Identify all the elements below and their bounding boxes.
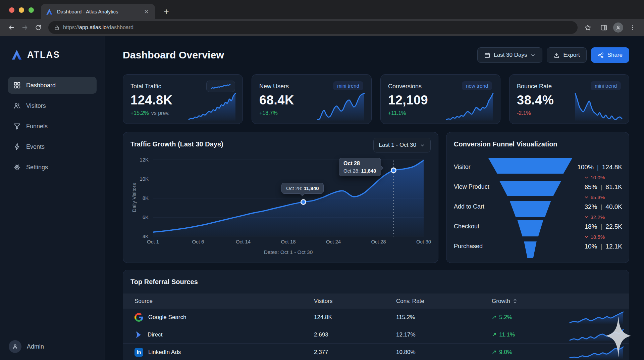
browser-menu-icon[interactable]: [626, 21, 639, 34]
kpi-card-bounce-rate: Bounce Rate 38.4% -2.1% mini trend: [509, 74, 629, 124]
funnel-drop-rate: 32.2%: [584, 214, 605, 220]
mini-trend-sparkline: [210, 83, 231, 89]
drop-value: 65.3%: [590, 194, 605, 200]
drop-value: 10.0%: [590, 175, 605, 180]
funnel-title: Conversion Funnel Visualization: [454, 140, 557, 148]
funnel-stage-value: 22.5K: [605, 223, 622, 230]
table-body: Google Search 124.8K 115.2% ↗5.2% Direct: [123, 309, 629, 360]
funnel-stage-stat: 100%|124.8K: [577, 164, 622, 171]
bookmark-star-icon[interactable]: [581, 21, 594, 34]
date-range-button[interactable]: Last 30 Days: [477, 47, 542, 63]
direct-arrow-icon: [135, 331, 143, 339]
conv-rate-cell: 115.2%: [396, 314, 492, 321]
x-axis-tick: Oct 6: [192, 239, 204, 244]
column-header-visitors: Visitors: [314, 298, 396, 305]
brand-name: ATLAS: [27, 50, 60, 60]
x-axis: Oct 1 Oct 6 Oct 14 Oct 18 Oct 24 Oct 28: [153, 239, 424, 245]
tooltip-label: Oct 28:: [343, 168, 360, 174]
window-minimize-button[interactable]: [19, 7, 24, 13]
new-tab-button[interactable]: +: [160, 5, 172, 17]
funnel-drop-rate: 10.0%: [584, 175, 605, 180]
share-button[interactable]: Share: [591, 47, 629, 63]
drop-chevron-icon: [584, 175, 589, 180]
source-name: LinkedIn Ads: [148, 349, 181, 356]
source-name: Direct: [148, 331, 162, 338]
conv-rate-cell: 10.80%: [396, 349, 492, 356]
url-scheme: https://: [63, 25, 79, 30]
date-range-label: Last 30 Days: [494, 52, 527, 58]
side-panel-icon[interactable]: [597, 21, 610, 34]
back-button[interactable]: [5, 21, 18, 34]
trend-badge: mini trend: [333, 81, 363, 90]
browser-toolbar: https://app.atlas.io/dashboard: [0, 19, 644, 36]
sidebar-item-label: Dashboard: [26, 82, 56, 89]
traffic-chart-title: Traffic Growth (Last 30 Days): [130, 140, 223, 148]
calendar-icon: [484, 52, 490, 58]
source-name: Google Search: [148, 314, 186, 321]
column-header-source: Source: [135, 298, 314, 305]
tooltip-value: 11,840: [304, 185, 319, 191]
funnel-stage-label: Add to Cart: [454, 203, 484, 210]
browser-tab[interactable]: Dashboard - Atlas Analytics ✕: [41, 4, 155, 19]
drop-value: 18.5%: [590, 234, 605, 240]
grid-icon: [13, 82, 21, 89]
chevron-down-icon: [530, 52, 536, 58]
sidebar-item-events[interactable]: Events: [8, 138, 97, 155]
funnel-stage-pct: 100%: [577, 164, 594, 171]
growth-arrow-icon: ↗: [492, 314, 496, 321]
visitors-cell: 2,693: [314, 331, 396, 338]
tab-close-icon[interactable]: ✕: [143, 8, 150, 15]
atlas-logo: ATLAS: [8, 49, 97, 61]
page-title: Dashboard Overview: [123, 49, 224, 61]
chart-range-label: Last 1 - Oct 30: [379, 142, 417, 148]
table-row-direct[interactable]: Direct 2,693 12.17% ↗11.1%: [123, 326, 629, 344]
sidebar-item-visitors[interactable]: Visitors: [8, 97, 97, 114]
y-axis-tick: 12K: [132, 157, 149, 163]
user-avatar: [9, 340, 21, 353]
url-text: https://app.atlas.io/dashboard: [63, 25, 133, 31]
export-button[interactable]: Export: [547, 47, 586, 63]
url-bar[interactable]: https://app.atlas.io/dashboard: [48, 21, 578, 34]
row-trend-sparkline: [569, 346, 624, 359]
funnel-stage-label: Purchased: [454, 243, 483, 250]
kpi-sparkline: [188, 92, 236, 121]
forward-button[interactable]: [18, 21, 32, 34]
conv-rate-cell: 12.17%: [396, 331, 492, 338]
sidebar-user[interactable]: Admin: [0, 333, 105, 360]
y-axis-tick: 4K: [132, 233, 149, 239]
sidebar-nav: Dashboard Visitors Funnels Events Settin…: [8, 77, 97, 176]
funnel-drop-rate: 65.3%: [584, 194, 605, 200]
sidebar-item-settings[interactable]: Settings: [8, 159, 97, 176]
users-icon: [13, 102, 21, 109]
table-row-linkedin-ads[interactable]: in LinkedIn Ads 2,377 10.80% ↗9.0%: [123, 344, 629, 360]
traffic-line-chart[interactable]: Oct 28: 11,840 Oct 28 Oct 28: 11,840: [153, 156, 424, 236]
gear-icon: [13, 164, 21, 171]
column-header-growth[interactable]: Growth: [492, 298, 569, 305]
sidebar-item-funnels[interactable]: Funnels: [8, 118, 97, 135]
mini-trend-box: [206, 81, 235, 92]
x-axis-tick: Oct 28: [371, 239, 386, 244]
share-icon: [598, 52, 604, 58]
y-axis-label: Daily Visitors: [131, 164, 137, 231]
lock-icon: [54, 25, 59, 30]
table-row-google-search[interactable]: Google Search 124.8K 115.2% ↗5.2%: [123, 309, 629, 326]
funnel-stage-label: View Product: [454, 183, 489, 190]
reload-button[interactable]: [32, 21, 45, 34]
url-path: /dashboard: [107, 25, 133, 30]
funnel-stage-stat: 10%|12.1K: [584, 243, 622, 250]
growth-cell: 9.0%: [499, 349, 512, 356]
funnel-stage-stat: 18%|22.5K: [584, 223, 622, 230]
referral-table-title: Top Referral Sources: [130, 278, 198, 286]
sidebar-item-dashboard[interactable]: Dashboard: [8, 77, 97, 94]
chart-range-select[interactable]: Last 1 - Oct 30: [373, 138, 431, 152]
kpi-delta: +11.1%: [388, 110, 406, 116]
chart-crosshair-tooltip: Oct 28 Oct 28: 11,840: [339, 158, 381, 176]
window-close-button[interactable]: [9, 7, 14, 13]
kpi-sparkline: [445, 92, 494, 121]
funnel-stage-value: 81.1K: [605, 183, 622, 190]
funnel-rows: Visitor 100%|124.8K 10.0% View Product: [454, 157, 622, 256]
tooltip-title: Oct 28: [343, 161, 376, 167]
browser-profile-avatar[interactable]: [613, 22, 623, 33]
sidebar-item-label: Funnels: [26, 123, 48, 130]
window-zoom-button[interactable]: [29, 7, 34, 13]
